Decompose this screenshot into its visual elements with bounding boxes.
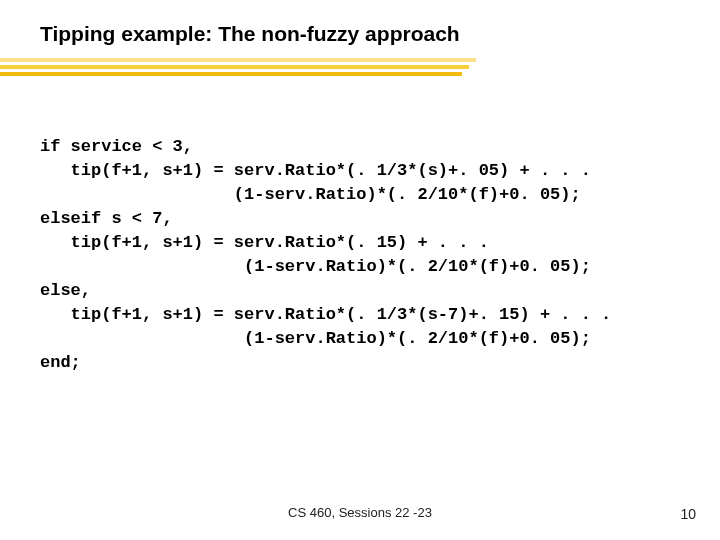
code-line: (1-serv.Ratio)*(. 2/10*(f)+0. 05); [40, 185, 581, 204]
code-line: end; [40, 353, 81, 372]
code-line: tip(f+1, s+1) = serv.Ratio*(. 15) + . . … [40, 233, 489, 252]
code-line: (1-serv.Ratio)*(. 2/10*(f)+0. 05); [40, 329, 591, 348]
title-underline [0, 58, 480, 79]
page-number: 10 [680, 506, 696, 522]
code-line: (1-serv.Ratio)*(. 2/10*(f)+0. 05); [40, 257, 591, 276]
code-line: elseif s < 7, [40, 209, 173, 228]
underline-bar-1 [0, 58, 476, 62]
code-block: if service < 3, tip(f+1, s+1) = serv.Rat… [40, 135, 611, 375]
code-line: tip(f+1, s+1) = serv.Ratio*(. 1/3*(s)+. … [40, 161, 591, 180]
slide-title: Tipping example: The non-fuzzy approach [40, 22, 460, 46]
code-line: tip(f+1, s+1) = serv.Ratio*(. 1/3*(s-7)+… [40, 305, 611, 324]
code-line: if service < 3, [40, 137, 193, 156]
slide: Tipping example: The non-fuzzy approach … [0, 0, 720, 540]
underline-bar-2 [0, 65, 469, 69]
slide-footer: CS 460, Sessions 22 -23 [0, 505, 720, 520]
underline-bar-3 [0, 72, 462, 76]
code-line: else, [40, 281, 91, 300]
